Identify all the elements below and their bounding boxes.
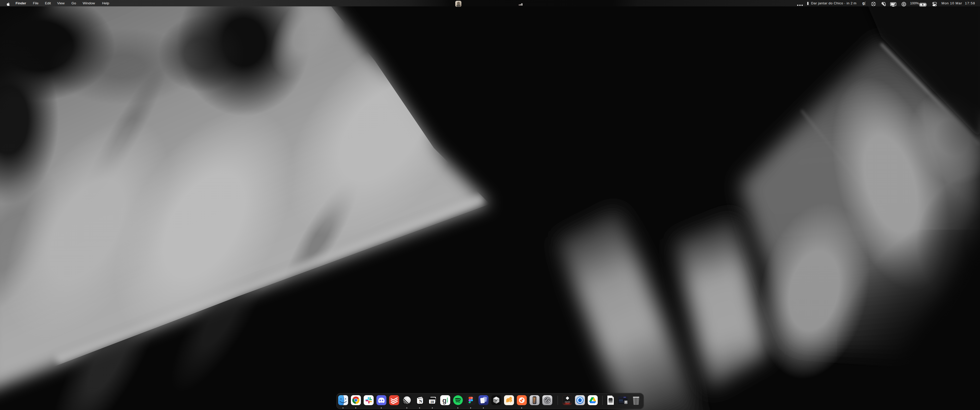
svg-text:raycast: raycast [565,401,570,403]
svg-text:N: N [419,399,422,404]
svg-text:g: g [442,397,447,404]
svg-text:10: 10 [430,400,434,404]
svg-text:11: 11 [625,402,627,404]
